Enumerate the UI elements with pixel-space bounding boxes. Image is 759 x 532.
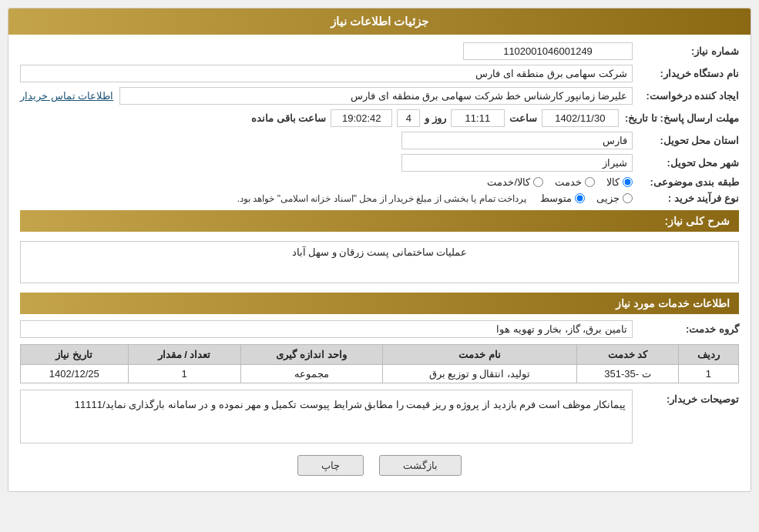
category-option-kala-khedmat[interactable]: کالا/خدمت (487, 176, 543, 188)
cell-row-num: 1 (678, 365, 738, 383)
creator-value: علیرضا زمانپور کارشناس خط شرکت سهامی برق… (119, 87, 633, 105)
buyer-notes-value: پیمانکار موظف است فرم بازدید از پروژه و … (20, 390, 633, 443)
deadline-days-label: روز و (425, 112, 446, 124)
col-service-code: کد خدمت (577, 345, 679, 365)
service-group-value: تامین برق، گاز، بخار و تهویه هوا (20, 320, 633, 338)
city-value: شیراز (401, 154, 633, 172)
province-value: فارس (401, 132, 633, 149)
city-label: شهر محل تحویل: (639, 157, 739, 169)
need-description-section-header: شرح کلی نیاز: (20, 210, 739, 232)
category-option-khedmat[interactable]: خدمت (555, 176, 595, 188)
contact-link[interactable]: اطلاعات تماس خریدار (20, 90, 113, 102)
services-section-header: اطلاعات خدمات مورد نیاز (20, 293, 739, 314)
deadline-remaining-label: ساعت باقی مانده (251, 112, 326, 124)
category-label: طبقه بندی موضوعی: (639, 176, 739, 188)
process-option-jozi[interactable]: جزیی (596, 192, 633, 204)
button-row: بازگشت چاپ (20, 455, 739, 476)
deadline-date: 1402/11/30 (542, 109, 619, 127)
cell-unit: مجموعه (240, 365, 382, 383)
cell-service-name: تولید، انتقال و توزیع برق (382, 365, 576, 383)
creator-label: ایجاد کننده درخواست: (639, 90, 739, 102)
print-button[interactable]: چاپ (297, 455, 364, 476)
services-table: ردیف کد خدمت نام خدمت واحد اندازه گیری ت… (20, 344, 739, 383)
buyer-notes-label: توصیحات خریدار: (639, 393, 739, 405)
deadline-remaining: 19:02:42 (331, 109, 392, 127)
need-number-value: 1102001046001249 (463, 42, 633, 60)
category-option-kala[interactable]: کالا (606, 176, 633, 188)
page-title: جزئیات اطلاعات نیاز (8, 8, 751, 35)
deadline-time: 11:11 (451, 109, 505, 127)
service-group-label: گروه خدمت: (639, 323, 739, 335)
back-button[interactable]: بازگشت (379, 455, 462, 476)
process-type-radio-group: جزیی متوسط (540, 192, 633, 204)
buyer-org-value: شرکت سهامی برق منطقه ای فارس (20, 65, 633, 82)
deadline-days: 4 (397, 109, 420, 127)
col-quantity: تعداد / مقدار (128, 345, 240, 365)
process-type-label: نوع فرآیند خرید : (639, 192, 739, 204)
deadline-time-label: ساعت (509, 112, 537, 124)
col-unit: واحد اندازه گیری (240, 345, 382, 365)
col-service-name: نام خدمت (382, 345, 576, 365)
need-number-label: شماره نیاز: (639, 45, 739, 57)
table-row: 1 ت -35-351 تولید، انتقال و توزیع برق مج… (21, 365, 739, 383)
cell-quantity: 1 (128, 365, 240, 383)
province-label: استان محل تحویل: (639, 135, 739, 146)
process-option-motavasset[interactable]: متوسط (540, 192, 585, 204)
process-note: پرداخت تمام یا بخشی از مبلغ خریدار از مح… (237, 193, 526, 204)
buyer-org-label: نام دستگاه خریدار: (639, 68, 739, 79)
cell-date: 1402/12/25 (21, 365, 129, 383)
col-row-num: ردیف (678, 345, 738, 365)
need-description-value: عملیات ساختمانی پست زرقان و سهل آباد (20, 241, 739, 283)
col-date: تاریخ نیاز (21, 345, 129, 365)
cell-service-code: ت -35-351 (577, 365, 679, 383)
deadline-label: مهلت ارسال پاسخ: تا تاریخ: (625, 112, 739, 124)
category-radio-group: کالا خدمت کالا/خدمت (487, 176, 633, 188)
